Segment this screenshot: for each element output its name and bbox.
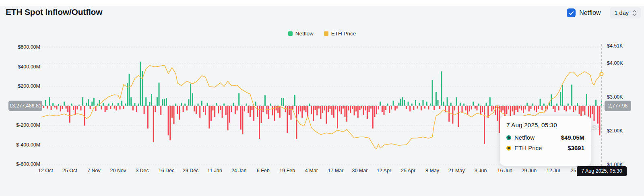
tooltip-date: 7 Aug 2025, 05:30	[506, 122, 584, 129]
y-axis-label-left: $400.00M	[0, 64, 40, 70]
crosshair-left-value-badge: 13,277,486.81	[8, 101, 42, 111]
chart-tooltip: 7 Aug 2025, 05:30 Netflow $49.05M ETH Pr…	[500, 116, 591, 166]
y-axis-label-left: $600.00M	[0, 44, 40, 50]
y-axis-label-left: $-400.00M	[0, 142, 40, 148]
eth-spot-inflow-outflow-page: ETH Spot Inflow/Outflow Netflow 1 day Ne…	[0, 0, 644, 196]
crosshair-date-pill: 7 Aug 2025, 05:30	[577, 166, 627, 176]
eth-price-dot-icon	[506, 146, 511, 151]
chart-plot-area[interactable]	[0, 0, 644, 196]
y-axis-label-right: $4.51K	[607, 43, 639, 49]
y-axis-label-left: $-200.00M	[0, 122, 40, 128]
tooltip-row-netflow: Netflow $49.05M	[506, 134, 584, 141]
netflow-dot-icon	[506, 135, 511, 140]
y-axis-label-right: $4.00K	[607, 60, 639, 66]
tooltip-eth-price-label: ETH Price	[514, 144, 542, 151]
y-axis-label-right: $2.00K	[607, 128, 639, 134]
y-axis-label-left: $-600.00M	[0, 161, 40, 167]
tooltip-eth-price-value: $3691	[568, 144, 584, 151]
y-axis-label-right: $3.00K	[607, 94, 639, 100]
tooltip-netflow-value: $49.05M	[561, 134, 584, 141]
y-axis-label-left: $200.00M	[0, 83, 40, 89]
crosshair-right-value-badge: 2,777.98	[605, 101, 631, 111]
tooltip-netflow-label: Netflow	[514, 134, 535, 141]
tooltip-row-eth-price: ETH Price $3691	[506, 144, 584, 151]
